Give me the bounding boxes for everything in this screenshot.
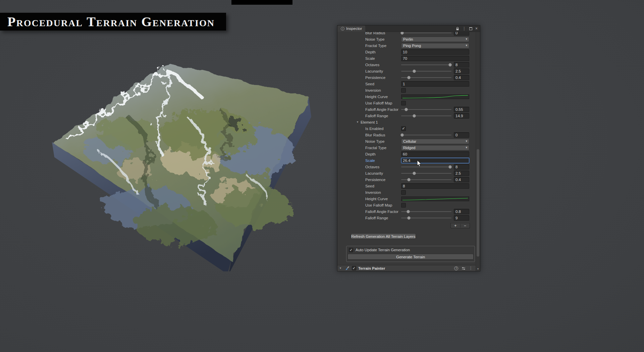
falloff-angle-slider[interactable] xyxy=(401,208,451,215)
row-is-enabled: Is Enabled ✓ xyxy=(337,125,480,132)
octaves-value[interactable]: 8 xyxy=(454,164,469,170)
octaves-value[interactable]: 8 xyxy=(454,62,469,68)
slider-track xyxy=(401,33,451,33)
use-falloff-map-checkbox[interactable] xyxy=(401,203,406,208)
slider-handle[interactable] xyxy=(407,216,411,220)
depth-field[interactable]: 10 xyxy=(401,49,469,55)
lacunarity-slider[interactable] xyxy=(401,68,451,74)
depth-field[interactable]: 60 xyxy=(401,151,469,157)
row-octaves: Octaves 8 xyxy=(337,61,480,68)
row-height-curve: Height Curve xyxy=(337,93,480,100)
slider-handle[interactable] xyxy=(407,178,411,181)
seed-field[interactable]: 8 xyxy=(401,183,469,189)
slider-handle[interactable] xyxy=(448,63,452,67)
blur-radius-value[interactable]: 0 xyxy=(454,32,469,36)
scale-field[interactable]: 70 xyxy=(401,56,469,61)
help-icon[interactable]: ? xyxy=(454,266,458,270)
maximize-icon[interactable] xyxy=(469,27,472,30)
lock-icon[interactable] xyxy=(456,27,459,31)
is-enabled-checkbox[interactable]: ✓ xyxy=(401,126,406,131)
blur-radius-slider[interactable] xyxy=(401,132,451,138)
scrollbar-thumb[interactable] xyxy=(477,149,479,257)
terrain-painter-enabled-checkbox[interactable]: ✓ xyxy=(352,266,356,270)
row-seed: Seed 8 xyxy=(337,183,480,189)
lacunarity-slider[interactable] xyxy=(401,170,451,176)
slider-track xyxy=(401,64,451,65)
slider-handle[interactable] xyxy=(400,32,404,35)
falloff-angle-slider[interactable] xyxy=(401,106,451,113)
slider-handle[interactable] xyxy=(413,70,416,73)
fractal-type-dropdown[interactable]: Ridged ▾ xyxy=(401,145,469,150)
falloff-angle-value[interactable]: 0.55 xyxy=(454,107,469,112)
slider-handle[interactable] xyxy=(407,210,410,213)
auto-update-checkbox[interactable]: ✓ xyxy=(349,248,353,252)
window-controls: ⋮ × xyxy=(456,27,480,31)
height-curve-field[interactable] xyxy=(401,196,469,201)
preset-icon[interactable] xyxy=(462,266,466,270)
falloff-angle-value[interactable]: 0.8 xyxy=(454,209,469,214)
field-label: Depth xyxy=(365,152,401,156)
element-1-foldout[interactable]: ▼ Element 1 xyxy=(337,119,480,125)
noise-type-dropdown[interactable]: Cellular ▾ xyxy=(401,139,469,144)
slider-handle[interactable] xyxy=(407,76,411,79)
array-size-controls: + − xyxy=(450,223,470,228)
scale-field[interactable]: 26.4 xyxy=(401,158,469,163)
use-falloff-map-checkbox[interactable] xyxy=(401,101,406,105)
slider-track xyxy=(401,173,451,174)
persistence-value[interactable]: 0.4 xyxy=(454,75,469,80)
falloff-range-value[interactable]: 9 xyxy=(454,215,469,221)
remove-element-button[interactable]: − xyxy=(461,224,470,228)
scrollbar-down-arrow[interactable]: ▾ xyxy=(476,267,480,270)
tab-label: Inspector xyxy=(346,27,362,31)
info-icon: i xyxy=(341,27,344,31)
noise-type-dropdown[interactable]: Perlin ▾ xyxy=(401,37,469,42)
falloff-range-value[interactable]: 14.9 xyxy=(454,113,469,119)
octaves-slider[interactable] xyxy=(401,61,451,68)
scrollbar[interactable]: ▾ xyxy=(476,32,480,271)
persistence-slider[interactable] xyxy=(401,74,451,81)
persistence-slider[interactable] xyxy=(401,176,451,183)
fractal-type-dropdown[interactable]: Ping Pong ▾ xyxy=(401,43,469,48)
row-persistence: Persistence 0.4 xyxy=(337,74,480,81)
slider-handle[interactable] xyxy=(405,108,408,111)
element-1-section: Is Enabled ✓ Blur Radius 0 xyxy=(337,125,480,221)
height-curve-field[interactable] xyxy=(401,94,469,99)
refresh-all-terrain-layers-button[interactable]: Refresh Generation All Terrain Layers xyxy=(351,233,416,239)
row-use-falloff-map: Use Falloff Map xyxy=(337,100,480,106)
falloff-range-slider[interactable] xyxy=(401,113,451,119)
slider-handle[interactable] xyxy=(448,165,452,169)
blur-radius-slider[interactable] xyxy=(401,32,451,36)
field-label: Inversion xyxy=(365,190,401,194)
kebab-icon[interactable]: ⋮ xyxy=(462,27,466,31)
field-label: Lacunarity xyxy=(365,69,401,73)
inversion-checkbox[interactable] xyxy=(401,190,406,195)
terrain-painter-header[interactable]: ▼ ✓ Terrain Painter ? ⋮ xyxy=(337,265,476,271)
slider-track xyxy=(401,116,451,116)
octaves-slider[interactable] xyxy=(401,164,451,170)
row-lacunarity: Lacunarity 2.5 xyxy=(337,170,480,176)
slider-handle[interactable] xyxy=(400,133,404,137)
inspector-scrollview: Blur Radius 0 Noise Type xyxy=(337,32,480,222)
falloff-range-slider[interactable] xyxy=(401,215,451,221)
slider-handle[interactable] xyxy=(413,172,416,175)
row-lacunarity: Lacunarity 2.5 xyxy=(337,68,480,74)
persistence-value[interactable]: 0.4 xyxy=(454,177,469,182)
generate-terrain-button[interactable]: Generate Terrain xyxy=(347,254,474,260)
row-use-falloff-map: Use Falloff Map xyxy=(337,202,480,208)
inversion-checkbox[interactable] xyxy=(401,88,406,93)
tab-inspector[interactable]: i Inspector xyxy=(337,26,365,32)
kebab-icon[interactable]: ⋮ xyxy=(469,266,473,270)
field-label: Height Curve xyxy=(365,95,401,99)
slider-track xyxy=(401,71,451,72)
element-label: Element 1 xyxy=(361,120,378,124)
lacunarity-value[interactable]: 2.5 xyxy=(454,171,469,176)
close-icon[interactable]: × xyxy=(475,27,478,31)
field-label: Blur Radius xyxy=(365,32,401,35)
slider-handle[interactable] xyxy=(413,114,416,118)
field-label: Scale xyxy=(365,159,401,163)
lacunarity-value[interactable]: 2.5 xyxy=(454,69,469,74)
blur-radius-value[interactable]: 0 xyxy=(454,132,469,138)
add-element-button[interactable]: + xyxy=(451,224,460,228)
seed-field[interactable]: 1 xyxy=(401,81,469,87)
foldout-arrow-icon[interactable]: ▼ xyxy=(339,267,342,270)
